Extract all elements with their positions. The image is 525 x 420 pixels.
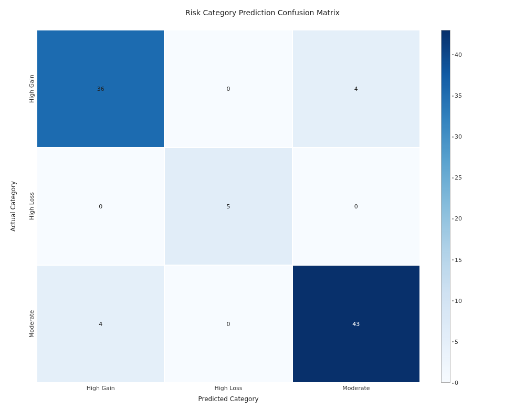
y-tick-1: High Loss	[26, 148, 37, 265]
y-tick-2: Moderate	[26, 265, 37, 383]
x-tick-2: Moderate	[292, 385, 420, 392]
cell-1-1: 5	[164, 148, 292, 265]
colorbar-tick: 30	[455, 133, 462, 140]
x-tick-labels: High Gain High Loss Moderate	[37, 385, 420, 392]
cell-1-0: 0	[37, 148, 164, 265]
colorbar-tick: 5	[455, 338, 458, 345]
y-tick-0: High Gain	[26, 30, 37, 148]
cell-2-0: 4	[37, 265, 164, 383]
colorbar	[441, 30, 450, 383]
cell-2-2: 43	[292, 265, 420, 383]
cell-0-1: 0	[164, 30, 292, 148]
y-tick-labels: High Gain High Loss Moderate	[26, 30, 37, 383]
y-axis-label: Actual Category	[9, 30, 17, 383]
cell-0-0: 36	[37, 30, 164, 148]
x-tick-1: High Loss	[164, 385, 292, 392]
cell-1-2: 0	[292, 148, 420, 265]
chart-title: Risk Category Prediction Confusion Matri…	[0, 8, 525, 17]
heatmap: 36 0 4 0 5 0 4 0 43	[37, 30, 420, 383]
colorbar-tick: 40	[455, 51, 462, 58]
colorbar-tick: 25	[455, 174, 462, 181]
colorbar-tick: 20	[455, 215, 462, 222]
x-axis-label: Predicted Category	[37, 395, 420, 403]
cell-2-1: 0	[164, 265, 292, 383]
colorbar-ticks: 0510152025303540	[453, 30, 474, 383]
x-tick-0: High Gain	[37, 385, 164, 392]
colorbar-tick: 10	[455, 297, 462, 304]
cell-0-2: 4	[292, 30, 420, 148]
colorbar-tick: 15	[455, 256, 462, 263]
colorbar-tick: 35	[455, 92, 462, 99]
heatmap-grid: 36 0 4 0 5 0 4 0 43	[37, 30, 420, 383]
colorbar-tick: 0	[455, 380, 458, 386]
